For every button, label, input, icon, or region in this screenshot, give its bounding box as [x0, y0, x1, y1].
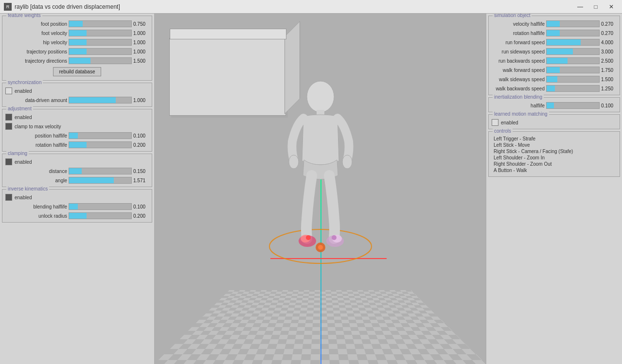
param-value: 3.000	[601, 49, 617, 54]
param-slider[interactable]	[546, 30, 600, 36]
param-slider[interactable]	[69, 177, 132, 184]
param-value: 0.100	[133, 204, 149, 209]
title-bar: R raylib [data vs code driven displaceme…	[0, 0, 622, 14]
control-item: Right Shoulder - Zoom Out	[494, 161, 617, 167]
param-label: run sideways speed	[492, 49, 545, 54]
param-row: blending halflife0.100	[5, 203, 149, 210]
ik-section: inverse kinematics enabled blending half…	[2, 189, 152, 223]
sync-enabled-checkbox[interactable]	[5, 87, 12, 94]
main-layout: feature weights foot position0.750foot v…	[0, 14, 622, 364]
param-slider[interactable]	[546, 39, 600, 46]
param-label: walk backwards speed	[492, 86, 545, 91]
clamp-enabled-checkbox[interactable]	[5, 158, 12, 165]
param-slider[interactable]	[69, 20, 132, 27]
param-slider[interactable]	[69, 39, 132, 46]
param-row: position halflife0.100	[5, 132, 149, 139]
param-slider-fill	[547, 67, 560, 73]
param-label: angle	[5, 178, 67, 183]
svg-point-3	[289, 155, 299, 169]
inertialization-section: inertialization blending halflife0.100	[488, 97, 620, 112]
param-slider-fill	[69, 204, 78, 209]
ik-enabled-checkbox[interactable]	[5, 194, 12, 201]
param-slider[interactable]	[546, 102, 600, 109]
adj-enabled-label: enabled	[15, 115, 32, 120]
adj-clamp-checkbox[interactable]	[5, 123, 12, 130]
param-slider-fill	[547, 76, 557, 82]
adj-enabled-row: enabled	[5, 114, 149, 121]
ik-enabled-label: enabled	[15, 195, 32, 200]
param-label: trajectory positions	[5, 49, 67, 54]
svg-point-1	[307, 81, 334, 112]
param-slider[interactable]	[546, 48, 600, 55]
param-value: 2.500	[601, 58, 617, 64]
param-slider[interactable]	[69, 212, 132, 219]
controls-title: controls	[493, 128, 513, 134]
param-slider[interactable]	[69, 132, 132, 139]
simulation-object-section: simulation object velocity halflife0.270…	[488, 16, 620, 95]
param-slider-fill	[69, 213, 87, 219]
control-item: Left Shoulder - Zoom In	[494, 155, 617, 161]
param-slider-fill	[547, 58, 568, 64]
param-row: walk forward speed1.750	[492, 67, 617, 73]
clamp-enabled-row: enabled	[5, 158, 149, 165]
param-slider[interactable]	[546, 85, 600, 92]
rebuild-database-button[interactable]: rebuild database	[53, 67, 102, 76]
param-slider-fill	[69, 58, 90, 64]
param-slider[interactable]	[69, 97, 132, 104]
param-row: halflife0.100	[492, 102, 617, 109]
param-value: 0.270	[601, 31, 617, 36]
viewport[interactable]	[155, 14, 486, 364]
param-slider[interactable]	[546, 57, 600, 64]
param-slider-fill	[69, 30, 87, 36]
param-value: 0.100	[133, 133, 149, 139]
param-label: halflife	[492, 103, 545, 108]
param-value: 1.000	[133, 31, 149, 36]
param-slider[interactable]	[69, 203, 132, 210]
param-slider[interactable]	[69, 48, 132, 55]
param-label: rotation halflife	[5, 142, 67, 148]
param-value: 0.750	[133, 21, 149, 27]
minimize-button[interactable]: —	[573, 0, 587, 14]
maximize-button[interactable]: □	[589, 0, 603, 14]
param-value: 0.270	[601, 21, 617, 27]
param-slider[interactable]	[546, 76, 600, 83]
param-slider-fill	[547, 49, 573, 54]
lm-enabled-checkbox[interactable]	[492, 119, 498, 126]
param-slider-fill	[547, 86, 555, 91]
adj-enabled-checkbox[interactable]	[5, 114, 12, 121]
param-slider[interactable]	[69, 141, 132, 148]
adj-clamp-row: clamp to max velocity	[5, 123, 149, 130]
param-value: 1.000	[133, 40, 149, 45]
control-item: A Button - Walk	[494, 167, 617, 173]
param-slider[interactable]	[69, 168, 132, 174]
param-row: foot position0.750	[5, 20, 149, 27]
param-value: 1.500	[601, 77, 617, 82]
param-slider[interactable]	[69, 57, 132, 64]
param-row: trajectory directions1.500	[5, 57, 149, 64]
param-label: run backwards speed	[492, 58, 545, 64]
character-svg	[282, 78, 359, 263]
close-button[interactable]: ✕	[604, 0, 618, 14]
param-slider-fill	[69, 39, 87, 45]
param-label: velocity halflife	[492, 21, 545, 27]
param-label: hip velocity	[5, 40, 67, 45]
param-label: trajectory directions	[5, 58, 67, 64]
param-slider-fill	[69, 168, 82, 174]
param-slider[interactable]	[546, 20, 600, 27]
param-row: run forward speed4.000	[492, 39, 617, 46]
param-slider-fill	[69, 142, 87, 148]
adjustment-section: adjustment enabled clamp to max velocity…	[2, 109, 152, 152]
param-row: velocity halflife0.270	[492, 20, 617, 27]
param-label: walk sideways speed	[492, 77, 545, 82]
param-row: walk sideways speed1.500	[492, 76, 617, 83]
left-panel: feature weights foot position0.750foot v…	[0, 14, 155, 364]
param-slider[interactable]	[69, 30, 132, 36]
param-slider-fill	[69, 21, 83, 27]
param-value: 1.000	[133, 49, 149, 54]
learned-motion-section: learned motion matching enabled	[488, 114, 620, 129]
clamp-params: distance0.150angle1.571	[5, 168, 149, 184]
param-value: 1.500	[133, 58, 149, 64]
synchronization-section: synchronization enabled data-driven amou…	[2, 83, 152, 107]
title-bar-text: raylib [data vs code driven displacement…	[15, 3, 573, 10]
param-slider[interactable]	[546, 67, 600, 73]
